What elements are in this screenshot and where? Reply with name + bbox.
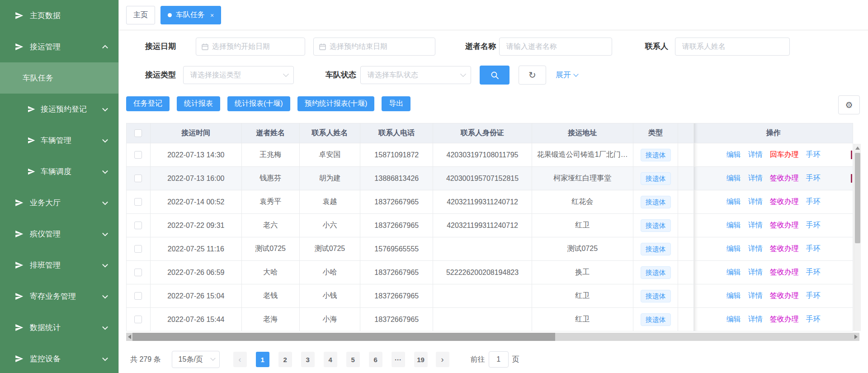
date-start-placeholder: 选择预约开始日期 (212, 42, 270, 52)
cell-contact-id: 420300195707152815 (433, 167, 532, 190)
wristband-link[interactable]: 手环 (806, 197, 821, 207)
edit-link[interactable]: 编辑 (726, 174, 741, 183)
edit-link[interactable]: 编辑 (726, 291, 741, 301)
row-checkbox[interactable] (134, 269, 142, 276)
horizontal-scrollbar[interactable] (126, 333, 859, 341)
more-pages-button[interactable]: ··· (392, 352, 405, 367)
scroll-left-arrow-icon[interactable] (128, 335, 131, 339)
wristband-link[interactable]: 手环 (806, 315, 821, 324)
sidebar-item-transport-management[interactable]: 接运管理 (0, 31, 118, 62)
sidebar-item-vehicle-management[interactable]: 车辆管理 (0, 125, 118, 156)
vertical-scrollbar[interactable] (854, 144, 861, 331)
row-checkbox[interactable] (134, 316, 142, 323)
deceased-name-input[interactable] (499, 38, 612, 56)
select-all-checkbox[interactable] (134, 129, 142, 137)
detail-link[interactable]: 详情 (748, 150, 763, 160)
pickup-type-select[interactable]: 请选择接运类型 (183, 66, 294, 84)
sidebar-item-business-hall[interactable]: 业务大厅 (0, 187, 118, 218)
sidebar-item-data-statistics[interactable]: 数据统计 (0, 312, 118, 343)
sign-receive-process-link[interactable]: 签收办理 (770, 197, 799, 207)
edit-link[interactable]: 编辑 (726, 197, 741, 207)
reservation-report-shiyan-button[interactable]: 预约统计报表(十堰) (297, 96, 375, 111)
page-button-19[interactable]: 19 (414, 352, 428, 367)
sidebar-item-transport-reservation[interactable]: 接运预约登记 (0, 94, 118, 125)
contact-name-input[interactable] (675, 38, 790, 56)
wristband-link[interactable]: 手环 (806, 291, 821, 301)
next-page-button[interactable]: › (436, 352, 449, 367)
sidebar-item-vehicle-dispatch[interactable]: 车辆调度 (0, 156, 118, 187)
sidebar-item-label: 主页数据 (30, 10, 61, 21)
scroll-right-arrow-icon[interactable] (854, 335, 858, 339)
detail-link[interactable]: 详情 (748, 197, 763, 207)
vertical-scrollbar-thumb[interactable] (855, 153, 860, 243)
wristband-link[interactable]: 手环 (806, 244, 821, 254)
statistics-report-button[interactable]: 统计报表 (177, 96, 220, 111)
edit-link[interactable]: 编辑 (726, 315, 741, 324)
refresh-button[interactable]: ↻ (519, 66, 546, 85)
sidebar-item-home-data[interactable]: 主页数据 (0, 0, 118, 31)
row-checkbox[interactable] (134, 175, 142, 182)
sign-receive-process-link[interactable]: 签收办理 (770, 244, 799, 254)
edit-link[interactable]: 编辑 (726, 150, 741, 160)
chevron-down-icon (102, 324, 108, 330)
page-button-5[interactable]: 5 (346, 352, 360, 367)
wristband-link[interactable]: 手环 (806, 268, 821, 277)
page-button-3[interactable]: 3 (301, 352, 315, 367)
edit-link[interactable]: 编辑 (726, 244, 741, 254)
wristband-link[interactable]: 手环 (806, 221, 821, 230)
sign-receive-process-link[interactable]: 签收办理 (770, 315, 799, 324)
horizontal-scrollbar-thumb[interactable] (132, 333, 555, 341)
sidebar-item-funeral-management[interactable]: 殡仪管理 (0, 218, 118, 250)
detail-link[interactable]: 详情 (748, 315, 763, 324)
cell-pickup-time: 2022-07-26 15:04 (151, 284, 242, 307)
scroll-up-arrow-icon[interactable] (855, 146, 860, 150)
goto-page-input[interactable] (489, 351, 509, 368)
sidebar-item-shift-management[interactable]: 排班管理 (0, 250, 118, 281)
page-button-2[interactable]: 2 (278, 352, 292, 367)
detail-link[interactable]: 详情 (748, 291, 763, 301)
date-start-input[interactable]: 选择预约开始日期 (196, 38, 305, 56)
export-button[interactable]: 导出 (382, 96, 410, 111)
close-icon[interactable]: × (210, 12, 214, 19)
sign-receive-process-link[interactable]: 签收办理 (770, 291, 799, 301)
row-checkbox[interactable] (134, 198, 142, 206)
sidebar-item-label: 寄存业务管理 (30, 291, 76, 302)
detail-link[interactable]: 详情 (748, 221, 763, 230)
detail-link[interactable]: 详情 (748, 244, 763, 254)
edit-link[interactable]: 编辑 (726, 221, 741, 230)
contact-label: 联系人 (642, 38, 668, 56)
column-settings-button[interactable]: ⚙ (838, 95, 860, 114)
sidebar-item-storage-business[interactable]: 寄存业务管理 (0, 281, 118, 312)
tab-home[interactable]: 主页 (126, 6, 155, 24)
wristband-link[interactable]: 手环 (806, 174, 821, 183)
spacer-cell (678, 284, 694, 307)
task-register-button[interactable]: 任务登记 (126, 96, 170, 111)
row-checkbox[interactable] (134, 245, 142, 253)
detail-link[interactable]: 详情 (748, 268, 763, 277)
tab-fleet-tasks[interactable]: 车队任务 × (160, 6, 221, 24)
goto-page-label: 前往 (471, 355, 485, 364)
statistics-report-shiyan-button[interactable]: 统计报表(十堰) (227, 96, 290, 111)
search-button[interactable] (480, 66, 509, 85)
sidebar-item-monitoring-devices[interactable]: 监控设备 (0, 343, 118, 373)
page-button-4[interactable]: 4 (324, 352, 337, 367)
sign-receive-process-link[interactable]: 签收办理 (770, 268, 799, 277)
detail-link[interactable]: 详情 (748, 174, 763, 183)
edit-link[interactable]: 编辑 (726, 268, 741, 277)
expand-filters-link[interactable]: 展开 (556, 66, 578, 85)
sign-receive-process-link[interactable]: 签收办理 (770, 221, 799, 230)
sidebar-item-fleet-tasks[interactable]: 车队任务 (0, 62, 118, 94)
prev-page-button[interactable]: ‹ (233, 352, 247, 367)
row-checkbox[interactable] (134, 151, 142, 159)
fleet-status-select[interactable]: 请选择车队状态 (360, 66, 471, 84)
page-size-select[interactable]: 15条/页 (172, 351, 220, 368)
return-car-process-link[interactable]: 回车办理 (770, 150, 799, 160)
page-button-1[interactable]: 1 (256, 352, 269, 367)
page-button-6[interactable]: 6 (369, 352, 382, 367)
row-checkbox[interactable] (134, 222, 142, 229)
date-end-input[interactable]: 选择预约结束日期 (313, 38, 435, 56)
sign-receive-process-link[interactable]: 签收办理 (770, 174, 799, 183)
cell-contact-phone: 13886813426 (360, 167, 433, 190)
wristband-link[interactable]: 手环 (806, 150, 821, 160)
row-checkbox[interactable] (134, 292, 142, 300)
